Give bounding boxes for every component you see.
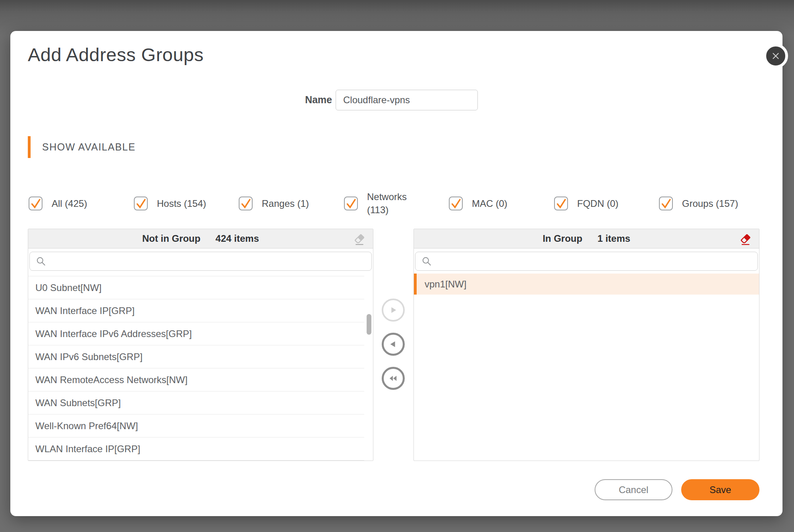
panel-item-count: 1 items: [597, 233, 630, 244]
filter-label: Hosts (154): [157, 197, 206, 210]
in-group-search: [415, 252, 758, 271]
check-icon: [344, 197, 357, 210]
search-input[interactable]: [46, 252, 371, 270]
list-item[interactable]: U0 Subnet[NW]: [28, 276, 364, 299]
filter-ranges[interactable]: Ranges (1): [239, 189, 309, 218]
section-label: SHOW AVAILABLE: [42, 141, 135, 153]
filter-label: MAC (0): [472, 197, 507, 210]
filter-groups[interactable]: Groups (157): [659, 189, 738, 218]
filter-label: FQDN (0): [577, 197, 618, 210]
panel-item-count: 424 items: [216, 233, 259, 244]
show-available-section: SHOW AVAILABLE: [28, 136, 135, 158]
filter-hosts[interactable]: Hosts (154): [134, 189, 206, 218]
list-item[interactable]: WAN Interface IPv6 Addresses[GRP]: [28, 322, 364, 345]
checkbox-checked[interactable]: [554, 197, 568, 210]
in-group-item-selected[interactable]: vpn1[NW]: [414, 274, 759, 295]
checkbox-checked[interactable]: [449, 197, 463, 210]
checkbox-checked[interactable]: [659, 197, 673, 210]
arrow-left-icon: [389, 340, 398, 349]
search-icon: [421, 256, 432, 266]
filter-label: Groups (157): [682, 197, 738, 210]
not-in-group-header: Not in Group 424 items: [28, 229, 373, 249]
panel-title: In Group: [543, 233, 582, 244]
clear-selection-button[interactable]: [352, 232, 367, 246]
panel-title: Not in Group: [142, 233, 201, 244]
name-input[interactable]: [336, 90, 478, 110]
filter-label: Networks (113): [367, 190, 415, 216]
not-in-group-panel: Not in Group 424 items U0 Subnet: [28, 229, 373, 461]
list-item[interactable]: WAN Interface IP[GRP]: [28, 299, 364, 322]
list-item[interactable]: Well-Known Pref64[NW]: [28, 414, 364, 438]
eraser-icon: [353, 233, 366, 245]
list-item[interactable]: WAN RemoteAccess Networks[NW]: [28, 368, 364, 391]
scrollbar-thumb[interactable]: [367, 314, 371, 335]
filter-label: Ranges (1): [262, 197, 309, 210]
arrow-right-icon: [389, 306, 398, 314]
scrolled-row-remnant: [28, 271, 364, 276]
filter-fqdn[interactable]: FQDN (0): [554, 189, 618, 218]
clear-selection-button-active[interactable]: [738, 232, 753, 246]
checkbox-checked[interactable]: [29, 197, 43, 210]
check-icon: [239, 197, 252, 210]
in-group-header: In Group 1 items: [414, 229, 759, 249]
save-button[interactable]: Save: [681, 479, 759, 500]
list-item[interactable]: WAN Subnets[GRP]: [28, 391, 364, 414]
move-all-left-button[interactable]: [382, 367, 405, 390]
checkbox-checked[interactable]: [134, 197, 148, 210]
filter-all[interactable]: All (425): [29, 189, 87, 218]
check-icon: [659, 197, 672, 210]
double-arrow-left-icon: [388, 374, 398, 383]
move-left-button[interactable]: [382, 333, 405, 356]
add-address-groups-dialog: Add Address Groups Name SHOW AVAILABLE A…: [10, 31, 782, 516]
eraser-icon: [739, 233, 752, 245]
checkbox-checked[interactable]: [239, 197, 253, 210]
not-in-group-search: [29, 252, 372, 271]
name-field-row: Name: [10, 90, 782, 110]
check-icon: [554, 197, 568, 210]
section-accent-bar: [28, 136, 31, 158]
check-icon: [449, 197, 462, 210]
search-input[interactable]: [432, 252, 757, 270]
not-in-group-list: U0 Subnet[NW] WAN Interface IP[GRP] WAN …: [28, 271, 373, 461]
close-button[interactable]: [763, 44, 788, 68]
dialog-title: Add Address Groups: [28, 44, 204, 66]
filter-mac[interactable]: MAC (0): [449, 189, 507, 218]
in-group-panel: In Group 1 items vpn1[NW]: [413, 229, 759, 461]
check-icon: [134, 197, 147, 210]
filter-label: All (425): [52, 197, 87, 210]
filter-networks[interactable]: Networks (113): [344, 189, 415, 218]
search-icon: [36, 256, 46, 266]
screen-overlay: Add Address Groups Name SHOW AVAILABLE A…: [0, 0, 794, 532]
cancel-button[interactable]: Cancel: [595, 479, 672, 500]
name-label: Name: [269, 94, 332, 106]
checkbox-checked[interactable]: [344, 197, 358, 210]
check-icon: [29, 197, 42, 210]
type-filter-row: All (425) Hosts (154) Ranges (1) Network…: [10, 189, 782, 218]
move-right-button[interactable]: [382, 299, 405, 322]
list-item[interactable]: WAN IPv6 Subnets[GRP]: [28, 345, 364, 368]
list-item[interactable]: WLAN Interface IP[GRP]: [28, 438, 364, 461]
close-icon: [771, 51, 781, 61]
